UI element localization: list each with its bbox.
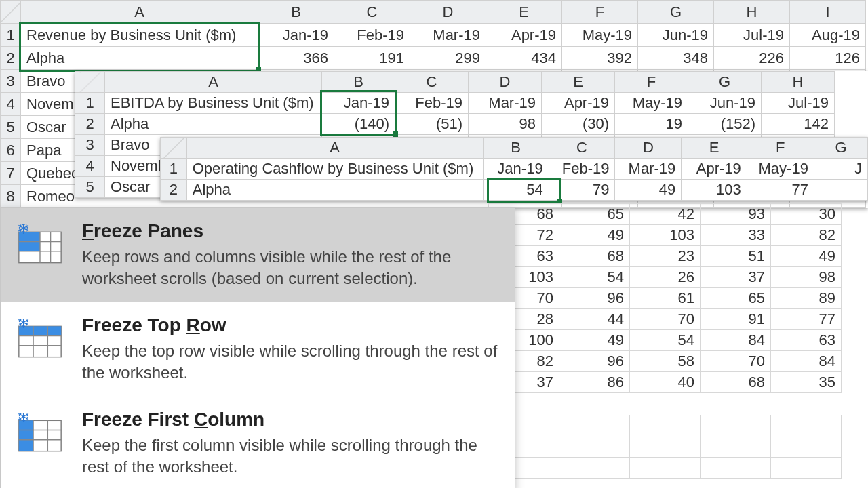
value-cell[interactable]: 70 [701, 351, 771, 372]
month-cell[interactable]: Apr-19 [486, 24, 562, 47]
value-cell[interactable]: 68 [559, 246, 630, 267]
value-cell[interactable]: 82 [771, 225, 842, 246]
value-cell[interactable] [814, 180, 867, 201]
month-cell[interactable]: Jan-19 [322, 93, 395, 114]
month-cell[interactable]: May-19 [747, 159, 814, 180]
value-cell[interactable]: (51) [395, 114, 469, 135]
value-cell[interactable]: 126 [790, 47, 866, 70]
value-cell[interactable]: 65 [559, 204, 630, 225]
table-row[interactable]: 2844709177 [489, 309, 842, 330]
row-header-4[interactable]: 4 [1, 93, 21, 116]
empty-cell[interactable] [771, 415, 842, 436]
row-2[interactable]: 2 Alpha 54 79 49 103 77 [161, 180, 868, 201]
value-cell[interactable]: 77 [747, 180, 814, 201]
table-row[interactable]: 72491033382 [489, 225, 842, 246]
value-cell[interactable]: 366 [258, 47, 334, 70]
table-row[interactable]: 7096616589 [489, 288, 842, 309]
row-header-1[interactable]: 1 [75, 93, 105, 114]
row-header-2[interactable]: 2 [161, 180, 187, 201]
month-cell[interactable]: Feb-19 [549, 159, 615, 180]
value-cell[interactable]: 63 [771, 330, 842, 351]
col-header-H[interactable]: H [714, 1, 790, 24]
value-cell[interactable]: 142 [762, 114, 835, 135]
value-cell[interactable]: 91 [701, 309, 771, 330]
row-header-7[interactable]: 7 [1, 162, 21, 185]
title-cell[interactable]: Revenue by Business Unit ($m) [21, 24, 258, 47]
col-header-H[interactable]: H [762, 72, 835, 93]
month-cell[interactable]: Mar-19 [410, 24, 486, 47]
table-row[interactable] [489, 458, 842, 479]
value-cell[interactable]: 23 [630, 246, 701, 267]
empty-cell[interactable] [559, 415, 630, 436]
col-header-D[interactable]: D [469, 72, 542, 93]
column-header-row[interactable]: A B C D E F G H I [1, 1, 866, 24]
row-1[interactable]: 1 Operating Cashflow by Business Unit ($… [161, 159, 868, 180]
row-header-8[interactable]: 8 [1, 185, 21, 208]
col-header-A[interactable]: A [105, 72, 322, 93]
col-header-G[interactable]: G [814, 138, 867, 159]
row-header-1[interactable]: 1 [161, 159, 187, 180]
value-cell[interactable]: 79 [549, 180, 615, 201]
value-cell[interactable]: 49 [559, 330, 630, 351]
value-cell[interactable]: 84 [771, 351, 842, 372]
row-header-2[interactable]: 2 [1, 47, 21, 70]
empty-rows[interactable] [488, 415, 842, 479]
row-1[interactable]: 1 EBITDA by Business Unit ($m) Jan-19 Fe… [75, 93, 835, 114]
value-cell[interactable]: (152) [688, 114, 762, 135]
value-cell[interactable]: 54 [483, 180, 549, 201]
freeze-panes-menu[interactable]: ❄ Freeze Panes Keep rows and columns vis… [0, 207, 515, 488]
select-all-corner[interactable] [161, 138, 187, 159]
value-cell[interactable]: 68 [701, 372, 771, 393]
row-header-5[interactable]: 5 [1, 116, 21, 139]
value-cell[interactable]: 42 [630, 204, 701, 225]
table-row[interactable]: 6865429330 [489, 204, 842, 225]
month-cell[interactable]: May-19 [615, 93, 688, 114]
cashflow-values[interactable]: 6865429330724910333826368235149103542637… [488, 203, 842, 393]
empty-cell[interactable] [771, 458, 842, 479]
row-header-3[interactable]: 3 [1, 70, 21, 93]
value-cell[interactable]: 37 [701, 267, 771, 288]
col-header-E[interactable]: E [542, 72, 615, 93]
value-cell[interactable]: 58 [630, 351, 701, 372]
col-header-F[interactable]: F [747, 138, 814, 159]
row-header-2[interactable]: 2 [75, 114, 105, 135]
select-all-corner[interactable] [75, 72, 105, 93]
value-cell[interactable]: 49 [559, 225, 630, 246]
col-header-E[interactable]: E [682, 138, 747, 159]
value-cell[interactable]: 49 [771, 246, 842, 267]
table-row[interactable]: 10049548463 [489, 330, 842, 351]
value-cell[interactable]: 98 [771, 267, 842, 288]
menu-item-freeze-first-column[interactable]: ❄ Freeze First Column Keep the first col… [1, 396, 515, 488]
col-header-A[interactable]: A [186, 138, 483, 159]
column-header-row[interactable]: A B C D E F G [161, 138, 868, 159]
value-cell[interactable]: 26 [630, 267, 701, 288]
empty-cell[interactable] [701, 458, 771, 479]
empty-cell[interactable] [559, 436, 630, 458]
empty-cell[interactable] [630, 436, 701, 458]
menu-item-freeze-top-row[interactable]: ❄ Freeze Top Row Keep the top row visibl… [1, 302, 515, 396]
row-header-6[interactable]: 6 [1, 139, 21, 162]
value-cell[interactable]: 40 [630, 372, 701, 393]
value-cell[interactable]: 65 [701, 288, 771, 309]
value-cell[interactable]: 86 [559, 372, 630, 393]
table-row[interactable]: 3786406835 [489, 372, 842, 393]
empty-cell[interactable] [630, 458, 701, 479]
month-cell[interactable]: Jan-19 [483, 159, 549, 180]
value-cell[interactable]: 103 [630, 225, 701, 246]
select-all-corner[interactable] [1, 1, 21, 24]
table-row[interactable]: 10354263798 [489, 267, 842, 288]
value-cell[interactable]: 348 [638, 47, 714, 70]
value-cell[interactable]: 54 [559, 267, 630, 288]
value-cell[interactable]: 61 [630, 288, 701, 309]
menu-item-freeze-panes[interactable]: ❄ Freeze Panes Keep rows and columns vis… [1, 208, 515, 302]
row-header-1[interactable]: 1 [1, 24, 21, 47]
value-cell[interactable]: 35 [771, 372, 842, 393]
col-header-F[interactable]: F [562, 1, 638, 24]
month-cell[interactable]: Mar-19 [469, 93, 542, 114]
col-header-C[interactable]: C [334, 1, 410, 24]
col-header-B[interactable]: B [483, 138, 549, 159]
value-cell[interactable]: (140) [322, 114, 395, 135]
row-1[interactable]: 1 Revenue by Business Unit ($m) Jan-19 F… [1, 24, 866, 47]
value-cell[interactable]: 84 [701, 330, 771, 351]
title-cell[interactable]: EBITDA by Business Unit ($m) [105, 93, 322, 114]
